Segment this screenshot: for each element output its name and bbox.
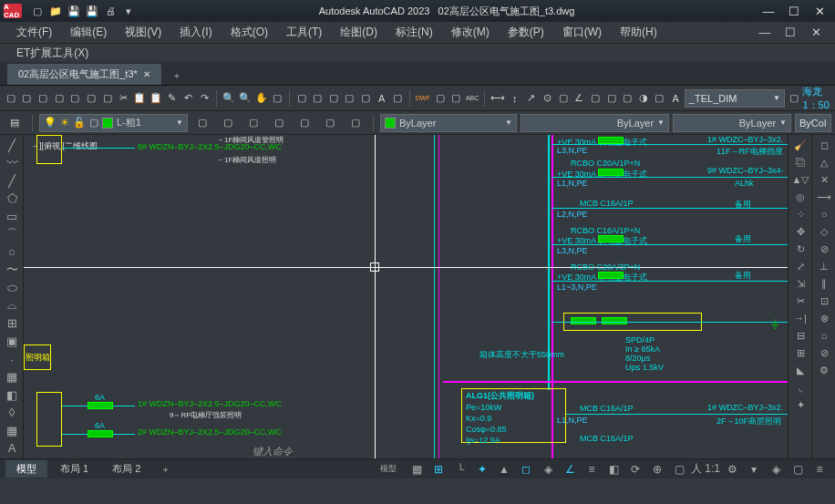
snap-end-icon[interactable]: ◻	[814, 137, 834, 153]
rect-icon[interactable]: ▭	[2, 208, 22, 225]
tool-icon[interactable]: ▢	[191, 113, 213, 133]
region-icon[interactable]: ◊	[2, 404, 22, 421]
stretch-icon[interactable]: ⇲	[790, 275, 810, 292]
tool-icon[interactable]: ▢	[653, 88, 667, 108]
new-icon[interactable]: ▢	[29, 3, 46, 19]
trim-icon[interactable]: ✂	[790, 293, 810, 309]
spline-icon[interactable]: 〜	[2, 262, 22, 279]
minimize-button[interactable]: —	[757, 3, 780, 19]
rotate-icon[interactable]: ↻	[790, 241, 810, 257]
snap-int-icon[interactable]: ✕	[814, 171, 834, 188]
osnap-icon[interactable]: ◻	[516, 460, 536, 478]
iso-icon[interactable]: ▲	[494, 460, 514, 478]
tool-dwf-icon[interactable]: DWF	[415, 88, 431, 108]
grad-icon[interactable]: ◧	[2, 386, 22, 404]
tool-icon[interactable]: ▢	[620, 88, 634, 108]
tool-icon[interactable]: ✎	[165, 88, 180, 108]
tool-icon[interactable]: ▢	[326, 88, 341, 108]
snap-par-icon[interactable]: ∥	[814, 275, 834, 292]
menu-format[interactable]: 格式(O)	[222, 22, 277, 43]
tool-icon[interactable]: ▢	[588, 88, 603, 108]
snap-per-icon[interactable]: ⊥	[814, 258, 834, 274]
grid-icon[interactable]: ▦	[407, 460, 427, 478]
tool-icon[interactable]: 📋	[132, 88, 147, 108]
snap-near-icon[interactable]: ⌂	[814, 327, 834, 344]
tool-icon[interactable]: ▢	[52, 88, 67, 108]
lineweight-combo[interactable]: ByLayer ▼	[673, 114, 791, 132]
maximize-button[interactable]: ☐	[782, 3, 806, 19]
explode-icon[interactable]: ✦	[790, 396, 810, 413]
dimstyle-combo[interactable]: _TEL_DIM▼	[685, 89, 785, 108]
plotstyle-combo[interactable]: ByCol	[795, 114, 831, 132]
tool-icon[interactable]: ▢	[358, 88, 373, 108]
chamfer-icon[interactable]: ◣	[790, 362, 810, 378]
table-icon[interactable]: ▦	[2, 422, 22, 439]
tool-icon[interactable]: ▢	[84, 88, 98, 108]
tool-icon[interactable]: ▢	[271, 88, 285, 108]
snap-cen-icon[interactable]: ○	[814, 206, 834, 222]
ortho-icon[interactable]: └	[450, 460, 470, 478]
menu-modify[interactable]: 修改(M)	[442, 22, 499, 43]
copy-icon[interactable]: ⿻	[790, 154, 810, 170]
polar-icon[interactable]: ✦	[472, 460, 492, 478]
tool-icon[interactable]: 📋	[149, 88, 163, 108]
otrack-icon[interactable]: ∠	[560, 460, 580, 478]
move-icon[interactable]: ✥	[790, 223, 810, 240]
earc-icon[interactable]: ⌓	[2, 297, 22, 314]
tool-icon[interactable]: 🔍	[238, 88, 253, 108]
custom-icon[interactable]: ≡	[809, 460, 830, 478]
menu-insert[interactable]: 插入(I)	[170, 22, 221, 43]
layout-add-button[interactable]: +	[153, 462, 177, 477]
erase-icon[interactable]: 🧹	[790, 137, 810, 153]
iso-view-icon[interactable]: ◈	[766, 460, 786, 478]
snap-tan-icon[interactable]: ⊘	[814, 241, 834, 257]
block-icon[interactable]: ▣	[2, 333, 22, 350]
plot-icon[interactable]: 🖨	[102, 3, 119, 19]
cycle-icon[interactable]: ⟳	[625, 460, 645, 478]
xline-icon[interactable]: ╱	[2, 172, 22, 190]
doc-max-button[interactable]: ☐	[778, 25, 802, 41]
color-combo[interactable]: ByLayer ▼	[380, 114, 517, 132]
tool-icon[interactable]: ▢	[4, 88, 18, 108]
app-logo[interactable]: A CAD	[4, 4, 22, 18]
doc-close-button[interactable]: ✕	[804, 25, 828, 41]
join-icon[interactable]: ⊞	[790, 345, 810, 361]
trans-icon[interactable]: ◧	[603, 460, 624, 478]
array-icon[interactable]: ⁘	[790, 206, 810, 222]
tool-icon[interactable]: ▢	[294, 88, 309, 108]
break-icon[interactable]: ⊟	[790, 327, 810, 344]
dim-icon[interactable]: ⊙	[540, 88, 554, 108]
tool-icon[interactable]: ▢	[433, 88, 448, 108]
lw-icon[interactable]: ≡	[582, 460, 602, 478]
circle-icon[interactable]: ○	[2, 243, 22, 261]
tool-icon[interactable]: ↷	[197, 88, 211, 108]
tool-icon[interactable]: ▢	[268, 113, 290, 133]
tool-icon[interactable]: ◑	[636, 88, 651, 108]
tool-icon[interactable]: ▢	[345, 113, 366, 133]
clean-icon[interactable]: ▢	[788, 460, 808, 478]
offset-icon[interactable]: ◎	[790, 189, 810, 205]
document-tab[interactable]: 02高层公区电气施工图_t3* ✕	[7, 64, 161, 85]
drawing-canvas[interactable]: －][俯视][二维线图 8# WDZN–BYJ–2X2.5–JDG20–CC,W…	[24, 135, 788, 458]
menu-et-ext[interactable]: ET扩展工具(X)	[7, 43, 98, 64]
tool-icon[interactable]: ▢	[310, 88, 325, 108]
tool-icon[interactable]: ▢	[343, 88, 357, 108]
open-icon[interactable]: 📁	[47, 3, 64, 19]
fillet-icon[interactable]: ◟	[790, 379, 810, 396]
gear-icon[interactable]: ⚙	[722, 460, 742, 478]
tool-icon[interactable]: A	[668, 88, 683, 108]
model-button[interactable]: 模型	[372, 460, 405, 478]
line-icon[interactable]: ╱	[2, 137, 22, 154]
menu-view[interactable]: 视图(V)	[116, 22, 170, 43]
dim-icon[interactable]: ▢	[556, 88, 571, 108]
extend-icon[interactable]: →|	[790, 310, 810, 326]
tool-icon[interactable]: ▢	[294, 113, 315, 133]
tool-icon[interactable]: ▢	[100, 88, 115, 108]
tool-icon[interactable]: ▢	[242, 113, 264, 133]
tool-icon[interactable]: ▢	[787, 88, 801, 108]
layout-tab[interactable]: 布局 2	[101, 460, 151, 478]
saveas-icon[interactable]: 💾	[84, 3, 100, 19]
layer-prop-icon[interactable]: ▤	[4, 113, 26, 133]
hatch-icon[interactable]: ▦	[2, 368, 22, 386]
tool-icon[interactable]: ∠	[572, 88, 586, 108]
